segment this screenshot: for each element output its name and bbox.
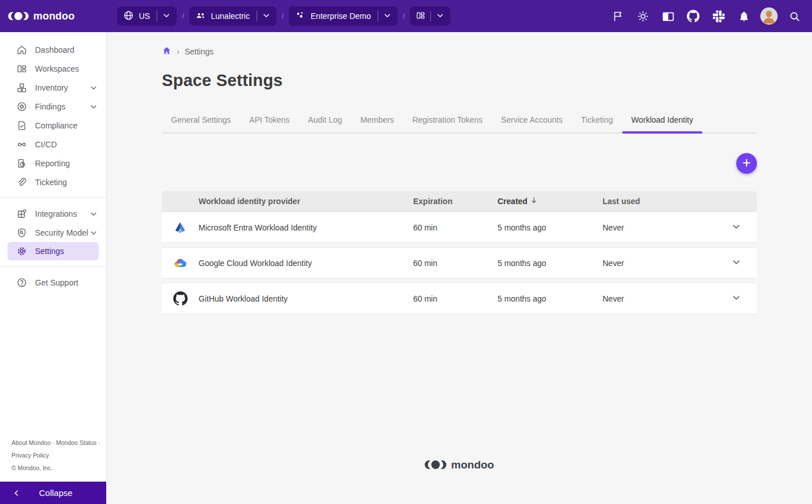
chevron-down-icon: [89, 83, 98, 92]
organization-selector[interactable]: Lunalectric: [189, 6, 277, 26]
chevron-down-icon: [89, 209, 98, 218]
region-label: US: [139, 11, 150, 21]
sidebar-item-get-support[interactable]: Get Support: [0, 273, 106, 292]
column-header-created-label: Created: [498, 197, 527, 206]
sidebar-item-settings[interactable]: Settings: [7, 242, 99, 260]
tab-ticketing[interactable]: Ticketing: [572, 108, 622, 132]
expand-row-button[interactable]: [729, 292, 743, 306]
notifications-button[interactable]: [733, 5, 755, 27]
sidebar-item-label: Inventory: [35, 83, 89, 92]
add-workload-identity-button[interactable]: [736, 153, 757, 174]
table-header-row: Workload identity provider Expiration Cr…: [162, 191, 757, 212]
expand-row-button[interactable]: [729, 221, 743, 235]
sidebar-item-label: Integrations: [35, 209, 89, 218]
chevron-down-icon: [730, 291, 743, 306]
tab-registration-tokens[interactable]: Registration Tokens: [403, 108, 492, 132]
sidebar: Dashboard Workspaces Inventory Findings …: [0, 32, 107, 504]
chevron-down-icon: [383, 11, 392, 22]
footer-brand-name: mondoo: [451, 459, 494, 471]
sidebar-item-label: Ticketing: [35, 178, 98, 187]
sidebar-item-integrations[interactable]: Integrations: [0, 204, 106, 223]
home-icon: [16, 44, 28, 56]
tab-service-accounts[interactable]: Service Accounts: [492, 108, 572, 132]
tab-audit-log[interactable]: Audit Log: [299, 108, 351, 132]
mondoo-status-link[interactable]: Mondoo Status: [56, 439, 97, 446]
tab-general-settings[interactable]: General Settings: [162, 108, 240, 132]
space-selector[interactable]: Enterprise Demo: [289, 6, 398, 26]
home-icon: [162, 46, 172, 57]
search-icon: [788, 10, 801, 22]
chevron-down-icon: [436, 11, 445, 22]
table-row[interactable]: Microsoft Entra Workload Identity 60 min…: [162, 212, 757, 243]
column-header-provider[interactable]: Workload identity provider: [199, 197, 413, 206]
sidebar-item-cicd[interactable]: CI/CD: [0, 135, 106, 154]
page-title: Space Settings: [162, 71, 757, 90]
workspace-grid-icon: [415, 10, 426, 22]
dot-separator: ·: [52, 439, 55, 446]
tab-workload-identity[interactable]: Workload Identity: [622, 108, 702, 132]
sidebar-collapse-button[interactable]: Collapse: [0, 482, 106, 504]
column-header-expiration[interactable]: Expiration: [413, 197, 498, 206]
theme-toggle-button[interactable]: [632, 5, 654, 27]
feature-flags-button[interactable]: [607, 5, 628, 27]
ticketing-paperclip-icon: [16, 177, 28, 188]
workspaces-icon: [16, 63, 28, 75]
slack-link-button[interactable]: [708, 5, 729, 27]
sidebar-footer: About Mondoo · Mondoo Status · Privacy P…: [11, 436, 100, 474]
sidebar-item-reporting[interactable]: Reporting: [0, 154, 106, 173]
settings-tabs: General Settings API Tokens Audit Log Me…: [162, 108, 757, 134]
sidebar-item-label: Workspaces: [35, 64, 98, 73]
table-row[interactable]: Google Cloud Workload Identity 60 min 5 …: [162, 247, 757, 279]
sidebar-item-label: Findings: [35, 102, 89, 111]
tab-members[interactable]: Members: [351, 108, 403, 132]
tab-api-tokens[interactable]: API Tokens: [240, 108, 299, 132]
sidebar-item-inventory[interactable]: Inventory: [0, 78, 106, 97]
about-mondoo-link[interactable]: About Mondoo: [11, 439, 50, 446]
plus-icon: [741, 157, 752, 170]
expand-row-button[interactable]: [729, 256, 743, 270]
sort-desc-arrow-icon: [530, 196, 538, 206]
chevron-down-icon: [89, 102, 98, 111]
mondoo-logomark-icon: [8, 9, 29, 23]
region-selector[interactable]: US: [117, 6, 177, 26]
findings-shield-bug-icon: [16, 101, 28, 112]
breadcrumb-home-link[interactable]: [162, 46, 172, 57]
cell-provider: GitHub Workload Identity: [199, 294, 413, 303]
footer-links-line: About Mondoo · Mondoo Status ·: [11, 436, 100, 449]
chevron-down-icon: [162, 11, 171, 22]
sidebar-item-security-model[interactable]: Security Model: [0, 223, 106, 242]
microsoft-entra-icon: [162, 221, 199, 235]
github-link-button[interactable]: [682, 5, 704, 27]
user-menu-button[interactable]: [758, 5, 780, 27]
pill-divider: [430, 11, 431, 21]
cell-expiration: 60 min: [413, 259, 498, 268]
footer-links-line: Privacy Policy: [11, 449, 100, 462]
docs-button[interactable]: [657, 5, 679, 27]
chevron-down-icon: [89, 228, 98, 237]
help-icon: [16, 277, 28, 288]
chevron-left-icon: [13, 489, 21, 497]
space-label: Enterprise Demo: [310, 11, 371, 21]
sidebar-item-ticketing[interactable]: Ticketing: [0, 173, 106, 192]
top-header: mondoo US / Lunalectric: [0, 0, 812, 32]
context-separator: /: [282, 13, 283, 19]
column-header-last-used[interactable]: Last used: [603, 197, 729, 206]
cell-provider: Google Cloud Workload Identity: [199, 259, 413, 268]
sidebar-divider: [0, 197, 106, 198]
table-row[interactable]: GitHub Workload Identity 60 min 5 months…: [162, 283, 757, 314]
sidebar-item-findings[interactable]: Findings: [0, 97, 106, 116]
slack-icon: [713, 10, 725, 22]
search-button[interactable]: [783, 5, 805, 27]
table-toolbar: [162, 153, 757, 174]
column-header-created[interactable]: Created: [498, 196, 603, 206]
privacy-policy-link[interactable]: Privacy Policy: [11, 452, 49, 459]
brand-name: mondoo: [33, 10, 75, 22]
sidebar-item-workspaces[interactable]: Workspaces: [0, 59, 106, 78]
sidebar-item-dashboard[interactable]: Dashboard: [0, 40, 106, 59]
mondoo-logo[interactable]: mondoo: [0, 9, 107, 23]
collapse-label: Collapse: [39, 488, 72, 498]
workspace-selector[interactable]: [410, 6, 450, 26]
sidebar-item-compliance[interactable]: Compliance: [0, 116, 106, 135]
integrations-icon: [16, 208, 28, 220]
bell-icon: [738, 10, 750, 22]
